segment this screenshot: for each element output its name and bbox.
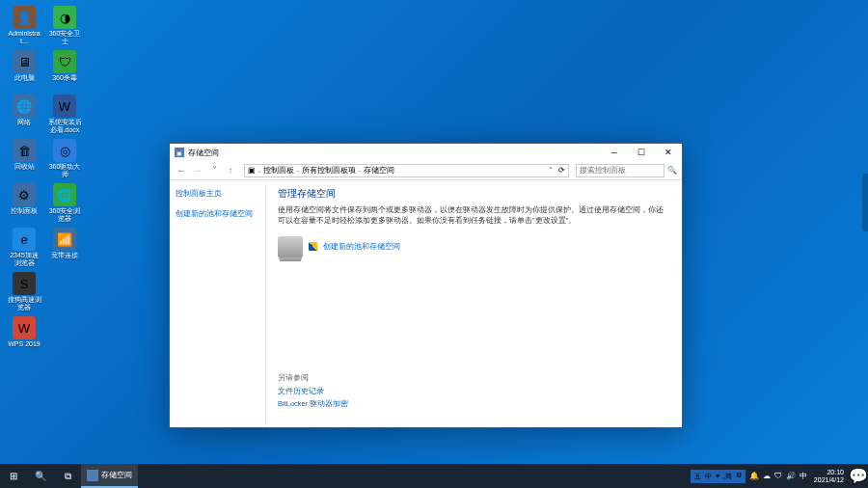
desktop-icon[interactable] [46,272,83,312]
desktop-icon[interactable]: 📶宽带连接 [46,228,83,268]
search-icon[interactable]: 🔍 [667,166,677,175]
desktop-icon[interactable]: W系统安装后必看.docx [46,95,83,135]
breadcrumb[interactable]: ▣ › 控制面板 › 所有控制面板项 › 存储空间 ˅ ⟳ [244,164,569,177]
app-icon: W [13,316,36,339]
create-pool-link[interactable]: 创建新的池和存储空间 [323,241,400,252]
start-button[interactable]: ⊞ [0,464,27,488]
desktop-icons: 👤Administrat...◑360安全卫士🖥此电脑🛡360杀毒🌐网络W系统安… [6,6,83,361]
app-icon: 🗑 [13,139,36,162]
desktop-icon[interactable]: ◑360安全卫士 [46,6,83,46]
desktop-icon[interactable]: 🛡360杀毒 [46,50,83,91]
storage-spaces-window: ▣ 存储空间 ─ ☐ ✕ ← → ˅ ↑ ▣ › 控制面板 › 所有控制面板项 … [169,143,683,428]
chevron-right-icon: › [359,168,361,174]
tray-volume-icon[interactable]: 🔊 [784,472,798,480]
notification-button[interactable]: 💬 [849,464,868,488]
breadcrumb-item[interactable]: 存储空间 [364,166,394,176]
app-icon: e [13,228,36,251]
clock[interactable]: 20:102021/4/12 [809,469,849,483]
app-icon: ◑ [53,6,76,29]
taskbar-task[interactable]: 存储空间 [81,464,138,488]
desktop-icon[interactable]: e2345加速浏览器 [6,228,42,268]
sidebar-home-link[interactable]: 控制面板主页 [176,188,259,199]
icon-label: 360安全卫士 [47,30,82,44]
address-bar: ← → ˅ ↑ ▣ › 控制面板 › 所有控制面板项 › 存储空间 ˅ ⟳ 🔍 [170,161,682,180]
drives-icon [278,236,303,258]
app-icon: 🌐 [13,95,36,118]
create-pool-row: 创建新的池和存储空间 [278,236,670,258]
main-content: 管理存储空间 使用存储空间将文件保存到两个或更多驱动器，以便在驱动器发生故障时为… [266,180,682,427]
ime-bar[interactable]: 五中●,简⚙ [691,470,746,483]
search-input[interactable] [576,164,665,177]
related-link[interactable]: 文件历史记录 [278,387,670,396]
tray-ime-icon[interactable]: 中 [798,471,809,481]
desktop-icon[interactable]: 🌐360安全浏览器 [46,183,83,224]
tray-icon[interactable]: ☁ [761,472,773,480]
icon-label: 360驱动大师 [47,163,82,177]
uac-shield-icon [309,242,317,251]
page-title: 管理存储空间 [278,188,670,201]
chevron-right-icon: › [297,168,299,174]
nav-up-icon[interactable]: ˅ [207,164,221,177]
sidebar-create-link[interactable]: 创建新的池和存储空间 [176,208,259,219]
titlebar[interactable]: ▣ 存储空间 ─ ☐ ✕ [170,144,682,161]
icon-label: 360安全浏览器 [47,207,82,222]
icon-label: Administrat... [7,30,41,44]
related-link[interactable]: BitLocker 驱动器加密 [278,399,670,409]
breadcrumb-item[interactable]: 所有控制面板项 [302,166,356,176]
icon-label: 回收站 [14,163,35,171]
icon-label: 此电脑 [14,74,35,82]
tray-icon[interactable]: 🛡 [773,472,784,480]
task-label: 存储空间 [101,470,132,480]
app-icon: ⚙ [13,183,36,206]
icon-label: 网络 [17,119,31,126]
taskview-button[interactable]: ⧉ [54,464,81,488]
nav-forward-icon[interactable]: → [191,164,204,177]
sidebar: 控制面板主页 创建新的池和存储空间 [170,180,266,427]
app-icon: 📶 [53,228,76,251]
right-edge-handle[interactable] [862,174,868,231]
app-icon: S [13,272,36,295]
related-links: 另请参阅 文件历史记录 BitLocker 驱动器加密 [278,366,670,420]
app-icon: ◎ [53,139,76,162]
desktop-icon[interactable]: 🖥此电脑 [6,50,42,91]
maximize-button[interactable]: ☐ [628,144,655,161]
desktop-icon[interactable]: 🗑回收站 [6,139,42,179]
chevron-right-icon: › [258,168,260,174]
close-button[interactable]: ✕ [655,144,682,161]
nav-back-icon[interactable]: ← [175,164,188,177]
icon-label: 系统安装后必看.docx [47,119,82,133]
window-icon: ▣ [175,148,184,157]
icon-label: 360杀毒 [52,74,77,82]
window-title: 存储空间 [188,148,219,158]
app-icon: 👤 [13,6,36,29]
system-tray: 五中●,简⚙ 🔔 ☁ 🛡 🔊 中 20:102021/4/12 💬 [691,464,868,488]
minimize-button[interactable]: ─ [601,144,628,161]
icon-label: 宽带连接 [51,252,78,259]
icon-label: 2345加速浏览器 [7,252,41,266]
taskbar: ⊞ 🔍 ⧉ 存储空间 五中●,简⚙ 🔔 ☁ 🛡 🔊 中 20:102021/4/… [0,464,868,488]
desktop-icon[interactable] [46,316,83,357]
icon-label: WPS 2019 [8,340,40,348]
breadcrumb-icon: ▣ [248,166,256,175]
tray-icon[interactable]: 🔔 [747,472,761,480]
page-description: 使用存储空间将文件保存到两个或更多驱动器，以便在驱动器发生故障时为你提供保护。通… [278,205,670,227]
chevron-down-icon[interactable]: ˅ [549,166,553,175]
app-icon: 🖥 [13,50,36,73]
app-icon: W [53,95,76,118]
search-button[interactable]: 🔍 [27,464,54,488]
app-icon: 🌐 [53,183,76,206]
nav-up-arrow-icon[interactable]: ↑ [224,164,237,177]
related-header: 另请参阅 [278,373,670,383]
icon-label: 控制面板 [11,207,38,215]
desktop-icon[interactable]: 👤Administrat... [6,6,42,46]
icon-label: 搜狗高速浏览器 [7,296,41,311]
desktop-icon[interactable]: WWPS 2019 [6,316,42,357]
desktop-icon[interactable]: ⚙控制面板 [6,183,42,224]
task-icon [87,470,98,481]
breadcrumb-item[interactable]: 控制面板 [263,166,294,176]
desktop-icon[interactable]: S搜狗高速浏览器 [6,272,42,312]
app-icon: 🛡 [53,50,76,73]
refresh-icon[interactable]: ⟳ [558,166,565,175]
desktop-icon[interactable]: ◎360驱动大师 [46,139,83,179]
desktop-icon[interactable]: 🌐网络 [6,95,42,135]
